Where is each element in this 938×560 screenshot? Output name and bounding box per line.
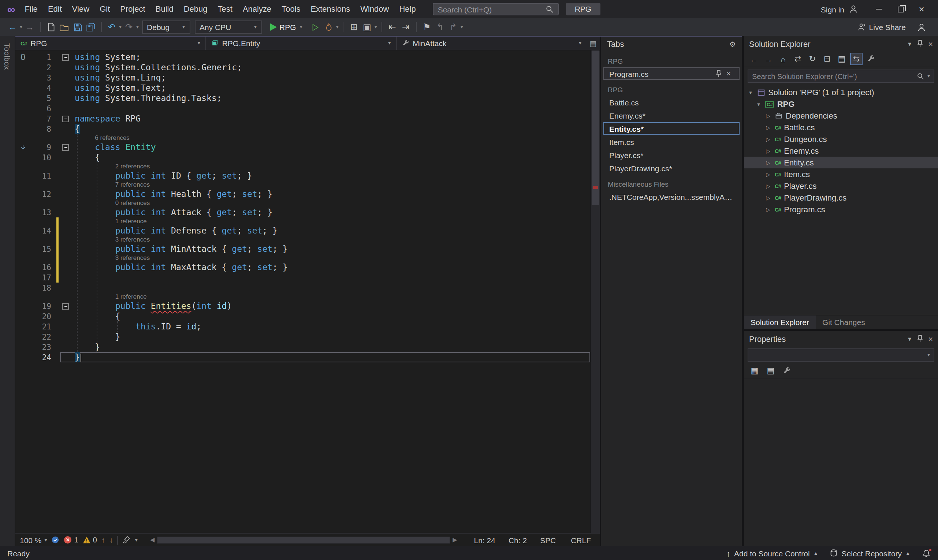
codelens-row[interactable]: 2 references xyxy=(15,163,590,171)
pin-icon[interactable] xyxy=(916,40,923,48)
send-feedback-icon[interactable] xyxy=(915,20,928,34)
codelens-references-link[interactable]: 7 references xyxy=(116,181,150,188)
switch-views-icon[interactable]: ⇄ xyxy=(792,53,804,65)
platform-dropdown[interactable]: Any CPU▾ xyxy=(194,20,262,34)
save-all-icon[interactable] xyxy=(84,20,97,34)
close-tab-icon[interactable]: × xyxy=(724,69,734,78)
expander-icon[interactable]: ▾ xyxy=(747,89,754,95)
expander-icon[interactable]: ▷ xyxy=(764,136,772,142)
code-line-13[interactable]: 13public int Attack { get; set; } xyxy=(15,207,590,217)
code-line-8[interactable]: 8{ xyxy=(15,124,590,134)
tree-item-dependencies[interactable]: ▷Dependencies xyxy=(744,110,938,122)
hscrollbar-thumb[interactable] xyxy=(157,537,450,543)
document-tab-entity-cs[interactable]: Entity.cs* xyxy=(603,122,739,135)
scrollbar-thumb[interactable] xyxy=(591,51,599,205)
tree-item-dungeon-cs[interactable]: ▷C#Dungeon.cs xyxy=(744,133,938,145)
restore-button[interactable] xyxy=(890,0,911,18)
member-dropdown[interactable]: MinAttack ▾ xyxy=(396,37,587,50)
panel-tab-git-changes[interactable]: Git Changes xyxy=(816,315,872,329)
code-line-11[interactable]: 11public int ID { get; set; } xyxy=(15,171,590,181)
dropdown-caret-icon[interactable]: ▾ xyxy=(136,24,139,30)
expander-icon[interactable]: ▷ xyxy=(764,124,772,131)
chevron-down-icon[interactable]: ▾ xyxy=(908,335,911,342)
document-tab-playerdrawing-cs[interactable]: PlayerDrawing.cs* xyxy=(603,162,739,174)
panel-tab-solution-explorer[interactable]: Solution Explorer xyxy=(744,315,816,329)
menu-file[interactable]: File xyxy=(19,0,43,18)
menu-project[interactable]: Project xyxy=(115,0,151,18)
dropdown-caret-icon[interactable]: ▾ xyxy=(20,24,22,30)
solution-name-chip[interactable]: RPG xyxy=(566,3,601,15)
code-line-23[interactable]: 23} xyxy=(15,342,590,352)
expander-icon[interactable]: ▷ xyxy=(764,171,772,177)
codelens-row[interactable]: 1 reference xyxy=(15,217,590,225)
menu-view[interactable]: View xyxy=(67,0,94,18)
sign-in-button[interactable]: Sign in xyxy=(821,5,858,14)
spaces-indicator[interactable]: SPC xyxy=(536,535,562,544)
code-line-6[interactable]: 6 xyxy=(15,103,590,114)
dropdown-caret-icon[interactable]: ▾ xyxy=(374,24,377,30)
code-line-14[interactable]: 14public int Defense { get; set; } xyxy=(15,225,590,236)
inheritance-margin-icon[interactable] xyxy=(20,144,26,151)
previous-issue-icon[interactable]: ↑ xyxy=(102,536,105,544)
menu-extensions[interactable]: Extensions xyxy=(306,0,356,18)
home-icon[interactable]: ⌂ xyxy=(777,53,789,65)
undo-icon[interactable]: ↶ xyxy=(105,20,118,34)
scroll-right-icon[interactable]: ▶ xyxy=(450,537,459,543)
error-count-button[interactable]: 1 xyxy=(64,536,79,544)
codelens-references-link[interactable]: 2 references xyxy=(116,163,150,170)
document-tab-item-cs[interactable]: Item.cs xyxy=(603,135,739,148)
expander-icon[interactable]: ▷ xyxy=(764,206,772,213)
codelens-references-link[interactable]: 3 references xyxy=(116,236,150,243)
refresh-icon[interactable]: ↻ xyxy=(806,53,819,65)
solution-search-input[interactable] xyxy=(752,72,914,80)
configuration-dropdown[interactable]: Debug▾ xyxy=(142,20,190,34)
nav-forward-icon[interactable]: → xyxy=(23,20,36,34)
menu-edit[interactable]: Edit xyxy=(43,0,67,18)
tree-item-playerdrawing-cs[interactable]: ▷C#PlayerDrawing.cs xyxy=(744,192,938,203)
column-indicator[interactable]: Ch: 2 xyxy=(504,535,531,544)
solution-explorer-search[interactable]: ▾ xyxy=(748,69,934,83)
new-file-icon[interactable] xyxy=(44,20,57,34)
codelens-row[interactable]: 6 references xyxy=(15,134,590,142)
alphabetical-icon[interactable]: ▤ xyxy=(764,365,777,377)
code-cleanup-icon[interactable] xyxy=(123,536,131,544)
codelens-row[interactable]: 0 references xyxy=(15,199,590,207)
indent-icon[interactable]: ⇥ xyxy=(399,20,412,34)
toggle-bookmark-icon[interactable]: ⚑ xyxy=(420,20,433,34)
expander-icon[interactable]: ▷ xyxy=(764,183,772,189)
codelens-row[interactable]: 7 references xyxy=(15,181,590,189)
next-issue-icon[interactable]: ↓ xyxy=(109,536,113,544)
code-line-2[interactable]: 2using System.Collections.Generic; xyxy=(15,62,590,72)
live-share-button[interactable]: Live Share xyxy=(857,23,906,31)
minimize-button[interactable] xyxy=(869,0,890,18)
dropdown-caret-icon[interactable]: ▾ xyxy=(336,24,339,30)
document-tab-battle-cs[interactable]: Battle.cs xyxy=(603,96,739,108)
codelens-references-link[interactable]: 3 references xyxy=(116,254,150,262)
menu-window[interactable]: Window xyxy=(355,0,394,18)
fold-toggle[interactable] xyxy=(62,144,69,151)
fold-toggle[interactable] xyxy=(62,54,69,60)
code-line-20[interactable]: 20{ xyxy=(15,311,590,322)
add-to-source-control-button[interactable]: ↑ Add to Source Control ▲ xyxy=(726,549,818,557)
search-icon[interactable] xyxy=(545,5,554,13)
start-without-debugging-icon[interactable] xyxy=(309,20,322,34)
back-icon[interactable]: ← xyxy=(748,53,760,65)
expander-icon[interactable]: ▷ xyxy=(764,112,772,119)
tabs-settings-gear-icon[interactable]: ⚙ xyxy=(729,40,736,48)
menu-help[interactable]: Help xyxy=(394,0,420,18)
close-panel-icon[interactable]: × xyxy=(928,334,933,343)
expander-icon[interactable]: ▷ xyxy=(764,148,772,154)
expander-icon[interactable]: ▷ xyxy=(764,159,772,166)
pin-tab-icon[interactable] xyxy=(713,69,724,78)
code-cleanup-caret-icon[interactable]: ▾ xyxy=(135,537,138,543)
code-line-7[interactable]: 7namespace RPG xyxy=(15,114,590,124)
document-tab-enemy-cs[interactable]: Enemy.cs* xyxy=(603,109,739,122)
tree-item-program-cs[interactable]: ▷C#Program.cs xyxy=(744,203,938,215)
menu-debug[interactable]: Debug xyxy=(179,0,213,18)
new-window-icon[interactable]: ⊞ xyxy=(347,20,360,34)
next-bookmark-icon[interactable]: ↱ xyxy=(447,20,460,34)
type-dropdown[interactable]: RPG.Entity ▾ xyxy=(206,37,397,50)
menu-git[interactable]: Git xyxy=(94,0,115,18)
notifications-bell-icon[interactable] xyxy=(922,549,931,557)
expander-icon[interactable]: ▾ xyxy=(755,101,762,107)
